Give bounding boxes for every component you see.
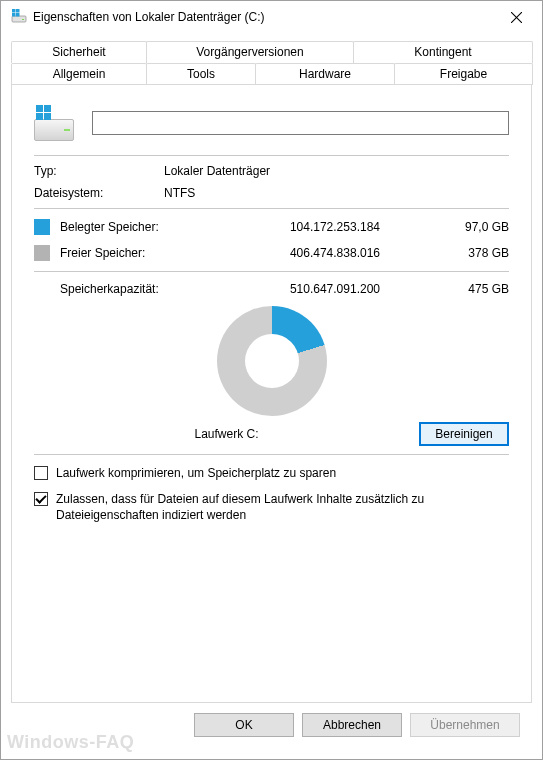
ok-button[interactable]: OK [194,713,294,737]
compress-label: Laufwerk komprimieren, um Speicherplatz … [56,465,336,481]
tab-sharing[interactable]: Freigabe [394,63,533,85]
filesystem-value: NTFS [164,186,509,200]
svg-rect-5 [16,13,20,17]
tab-container: Sicherheit Vorgängerversionen Kontingent… [11,41,532,703]
svg-rect-1 [22,19,24,20]
svg-rect-2 [12,9,16,13]
separator [34,208,509,209]
tab-rows: Sicherheit Vorgängerversionen Kontingent… [11,41,532,85]
capacity-label: Speicherkapazität: [60,282,230,296]
svg-rect-8 [36,105,43,112]
drive-caption: Laufwerk C: [34,427,419,441]
tab-quota[interactable]: Kontingent [353,41,533,63]
tab-row-back: Sicherheit Vorgängerversionen Kontingent [11,41,532,63]
tab-tools[interactable]: Tools [146,63,256,85]
svg-rect-9 [44,105,51,112]
separator [34,271,509,272]
dialog-button-row: OK Abbrechen Übernehmen [11,703,532,749]
tab-general[interactable]: Allgemein [11,63,147,85]
filesystem-label: Dateisystem: [34,186,164,200]
titlebar: Eigenschaften von Lokaler Datenträger (C… [1,1,542,33]
free-space-swatch [34,245,50,261]
separator [34,454,509,455]
tab-previous-versions[interactable]: Vorgängerversionen [146,41,354,63]
tab-row-front: Allgemein Tools Hardware Freigabe [11,63,532,85]
properties-dialog: Eigenschaften von Lokaler Datenträger (C… [0,0,543,760]
free-space-hr: 378 GB [380,246,509,260]
used-space-label: Belegter Speicher: [60,220,230,234]
capacity-bytes: 510.647.091.200 [230,282,380,296]
disk-cleanup-button[interactable]: Bereinigen [419,422,509,446]
svg-rect-10 [36,113,43,120]
used-space-bytes: 104.172.253.184 [230,220,380,234]
used-space-swatch [34,219,50,235]
svg-rect-4 [12,13,16,17]
window-title: Eigenschaften von Lokaler Datenträger (C… [27,10,494,24]
apply-button[interactable]: Übernehmen [410,713,520,737]
used-space-hr: 97,0 GB [380,220,509,234]
svg-rect-3 [16,9,20,13]
volume-name-input[interactable] [92,111,509,135]
index-checkbox[interactable] [34,492,48,506]
index-label: Zulassen, dass für Dateien auf diesem La… [56,491,509,523]
free-space-bytes: 406.474.838.016 [230,246,380,260]
drive-icon-small [11,9,27,25]
close-icon [511,12,522,23]
dialog-body: Sicherheit Vorgängerversionen Kontingent… [1,33,542,759]
close-button[interactable] [494,2,538,32]
tab-security[interactable]: Sicherheit [11,41,147,63]
separator [34,155,509,156]
tab-panel-general: Typ: Lokaler Datenträger Dateisystem: NT… [11,84,532,703]
type-value: Lokaler Datenträger [164,164,509,178]
tab-hardware[interactable]: Hardware [255,63,395,85]
compress-checkbox[interactable] [34,466,48,480]
cancel-button[interactable]: Abbrechen [302,713,402,737]
type-label: Typ: [34,164,164,178]
usage-pie-chart [217,306,327,416]
windows-logo-icon [36,105,52,121]
free-space-label: Freier Speicher: [60,246,230,260]
capacity-hr: 475 GB [380,282,509,296]
svg-rect-11 [44,113,51,120]
drive-icon [34,105,74,141]
